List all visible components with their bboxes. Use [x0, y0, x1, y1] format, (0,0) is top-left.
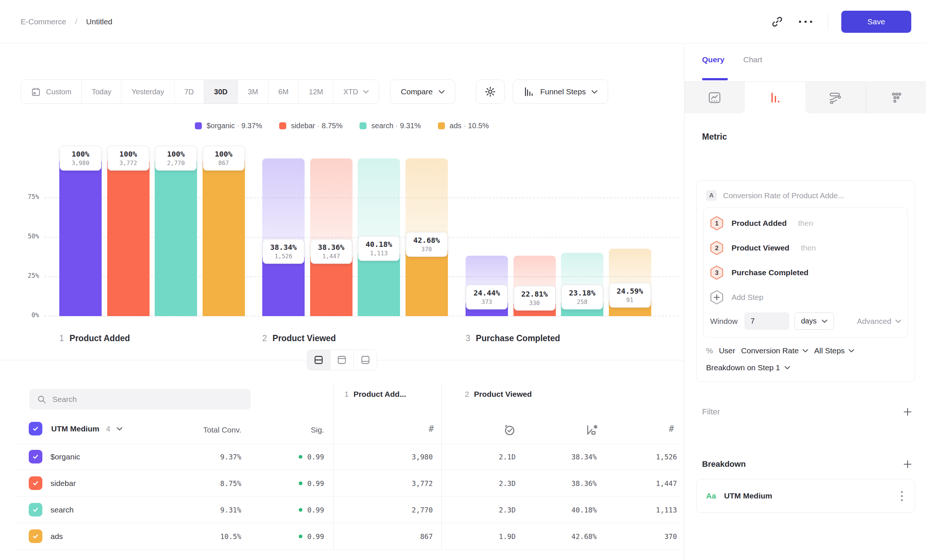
chart-type-button[interactable]: Funnel Steps: [513, 80, 608, 104]
chart-type-flow-tab[interactable]: [805, 82, 866, 114]
window-value-input[interactable]: 7: [744, 312, 789, 330]
search-input[interactable]: [52, 395, 243, 404]
date-range-30d[interactable]: 30D: [204, 80, 238, 103]
funnel-value-label: 100%3,772: [107, 146, 149, 171]
step2-time-cell: 1.9D: [453, 523, 516, 550]
date-range-12m[interactable]: 12M: [299, 80, 333, 103]
funnel-step-row-1[interactable]: 1 Product Addedthen: [710, 211, 901, 235]
legend-swatch: [279, 122, 286, 129]
string-type-icon: Aa: [706, 492, 716, 500]
step-number-hexagon: 3: [710, 265, 723, 280]
date-range-custom[interactable]: Custom: [21, 80, 82, 103]
table-row[interactable]: $organic 9.37% 0.99 3,980 2.1D 38.34% 1,…: [15, 443, 679, 470]
kebab-menu-icon[interactable]: [899, 489, 905, 503]
date-range-today[interactable]: Today: [82, 80, 121, 103]
significance-dot: [299, 534, 303, 538]
advanced-toggle[interactable]: Advanced: [857, 317, 901, 326]
table-group-header-step2: 2Product Viewed: [465, 390, 532, 399]
row-checkbox[interactable]: [29, 530, 42, 543]
breadcrumb-page-title[interactable]: Untitled: [86, 17, 112, 26]
sig-cell: 0.99: [284, 523, 324, 550]
conversion-window-row: Window 7 days Advanced: [710, 312, 901, 330]
chart-type-scatter-tab[interactable]: [866, 82, 926, 114]
breakdown-property-card[interactable]: Aa UTM Medium: [696, 479, 915, 513]
count-column-icon[interactable]: #: [645, 424, 674, 434]
legend-label: $organic · 9.37%: [207, 121, 262, 130]
window-unit-dropdown[interactable]: days: [794, 312, 834, 330]
add-step-row[interactable]: Add Step: [710, 285, 901, 309]
view-table-only-button[interactable]: [354, 350, 377, 370]
step2-rate-cell: 42.68%: [530, 523, 597, 550]
legend-item[interactable]: ads · 10.5%: [438, 121, 489, 130]
table-group-header-step1: 1Product Add...: [344, 390, 406, 399]
view-chart-only-button[interactable]: [330, 350, 354, 370]
time-to-convert-column-icon[interactable]: [503, 424, 516, 436]
chevron-down-icon: [117, 427, 122, 431]
y-axis-tick: 75%: [11, 193, 39, 200]
table-row[interactable]: search 9.31% 0.99 2,770 2.3D 40.18% 1,11…: [15, 496, 679, 523]
check-icon: [32, 506, 39, 513]
add-filter-button[interactable]: [902, 407, 913, 417]
chart-type-funnel-tab[interactable]: [745, 82, 805, 114]
table-row[interactable]: ads 10.5% 0.99 867 1.9D 42.68% 370: [15, 523, 679, 550]
add-step-hexagon-icon: [710, 290, 723, 305]
count-column-icon[interactable]: #: [404, 424, 434, 434]
share-link-icon[interactable]: [771, 15, 784, 28]
more-menu-icon[interactable]: [797, 21, 814, 23]
date-range-xtd[interactable]: XTD: [333, 80, 379, 103]
chart-settings-button[interactable]: [476, 80, 505, 104]
funnel-step-row-2[interactable]: 2 Product Viewedthen: [710, 235, 901, 260]
step2-rate-cell: 38.36%: [530, 470, 597, 496]
funnel-bar[interactable]: [310, 256, 353, 316]
compare-button[interactable]: Compare: [390, 80, 455, 104]
funnel-bar[interactable]: [262, 256, 305, 316]
funnel-bar[interactable]: [59, 159, 102, 316]
funnel-bar[interactable]: [203, 159, 245, 316]
row-checkbox[interactable]: [29, 450, 42, 463]
funnel-value-label: 100%867: [203, 146, 245, 171]
measure-metric-dropdown[interactable]: Conversion Rate: [741, 346, 808, 355]
table-breakdown-header[interactable]: UTM Medium 4: [29, 422, 122, 436]
check-icon: [32, 480, 39, 487]
chevron-down-icon: [849, 349, 854, 353]
row-checkbox[interactable]: [29, 503, 42, 516]
funnel-bar[interactable]: [107, 159, 150, 316]
conversion-rate-column-icon[interactable]: [586, 424, 598, 436]
breadcrumb-section[interactable]: E-Commerce: [21, 17, 66, 26]
save-button[interactable]: Save: [841, 11, 911, 33]
legend-item[interactable]: $organic · 9.37%: [195, 121, 262, 130]
svg-text:1: 1: [715, 220, 718, 227]
table-row[interactable]: sidebar 8.75% 0.99 3,772 2.3D 38.36% 1,4…: [15, 470, 679, 496]
funnel-bar[interactable]: [406, 249, 448, 316]
svg-text:3: 3: [715, 269, 718, 276]
chevron-down-icon: [439, 90, 445, 94]
funnel-step-row-3[interactable]: 3 Purchase Completed: [710, 260, 901, 285]
percent-icon: %: [706, 346, 713, 355]
step1-count-cell: 3,980: [368, 443, 433, 470]
row-checkbox[interactable]: [29, 476, 42, 490]
date-range-6m[interactable]: 6M: [269, 80, 299, 103]
row-label: $organic: [50, 443, 80, 470]
view-split-button[interactable]: [307, 350, 330, 370]
legend-item[interactable]: search · 9.31%: [360, 121, 421, 130]
funnel-bar[interactable]: [358, 253, 400, 316]
chart-type-line-tab[interactable]: [684, 82, 745, 114]
total-conv-cell: 9.37%: [184, 443, 241, 470]
tab-query[interactable]: Query: [702, 55, 725, 64]
total-conv-header[interactable]: Total Conv.: [184, 425, 241, 434]
breakdown-on-step-dropdown[interactable]: Breakdown on Step 1: [703, 355, 908, 372]
legend-item[interactable]: sidebar · 8.75%: [279, 121, 343, 130]
add-breakdown-button[interactable]: [902, 459, 913, 469]
date-range-7d[interactable]: 7D: [175, 80, 204, 103]
funnel-bar[interactable]: [155, 159, 197, 316]
date-range-3m[interactable]: 3M: [238, 80, 269, 103]
y-axis-tick: 25%: [11, 272, 39, 279]
line-chart-icon: [708, 91, 721, 104]
sig-header[interactable]: Sig.: [295, 425, 324, 434]
select-all-checkbox[interactable]: [29, 422, 42, 436]
date-range-yesterday[interactable]: Yesterday: [121, 80, 174, 103]
measure-entity[interactable]: User: [719, 346, 735, 355]
metric-title-row[interactable]: A Conversion Rate of Product Adde...: [703, 187, 908, 207]
measure-scope-dropdown[interactable]: All Steps: [814, 346, 854, 355]
tab-chart[interactable]: Chart: [743, 55, 762, 64]
